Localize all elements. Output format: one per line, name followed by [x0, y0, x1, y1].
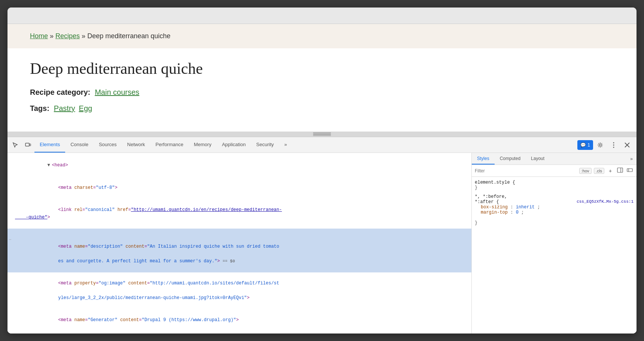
recipe-tags-row: Tags: Pastry Egg [30, 104, 614, 113]
device-mode-icon[interactable] [22, 139, 34, 151]
svg-rect-1 [30, 144, 31, 146]
style-block-universal: *, *:before,*:after { css_EQ5zXfK…Mx-5g.… [475, 194, 634, 226]
svg-point-3 [613, 142, 614, 143]
add-style-button[interactable]: + [607, 168, 614, 174]
element-state-icon[interactable] [626, 167, 634, 174]
tab-memory[interactable]: Memory [189, 137, 217, 153]
recipe-tags-label: Tags: [30, 104, 49, 113]
badge-icon: 💬 [580, 142, 586, 148]
styles-tab-styles[interactable]: Styles [472, 153, 495, 165]
styles-tabs-spacer [550, 153, 626, 165]
recipe-category-row: Recipe category: Main courses [30, 88, 614, 97]
styles-tabs: Styles Computed Layout » [472, 153, 637, 165]
style-prop-boxsizing: box-sizing : inherit ; [475, 205, 634, 210]
dom-line-meta-ogimage[interactable]: <meta property="og:image" content="http:… [7, 272, 471, 309]
dom-panel[interactable]: ▼ <head> <meta charset="utf-8"> <link re… [7, 153, 472, 334]
tab-network[interactable]: Network [122, 137, 151, 153]
toggle-sidebar-icon[interactable] [616, 167, 624, 174]
drag-handle-lines [313, 133, 331, 135]
devtools-main: ▼ <head> <meta charset="utf-8"> <link re… [7, 153, 637, 334]
devtools-drag-handle[interactable] [7, 132, 637, 137]
styles-tab-more[interactable]: » [626, 153, 637, 165]
filter-input[interactable] [475, 168, 577, 173]
tab-elements[interactable]: Elements [34, 137, 65, 153]
hov-button[interactable]: :hov [579, 168, 592, 174]
page-content: Home » Recipes » Deep mediterranean quic… [7, 24, 637, 334]
style-close-brace-universal: } [475, 220, 477, 226]
style-selector-universal: *, *:before,*:after { [475, 194, 507, 205]
breadcrumb-home[interactable]: Home [30, 32, 48, 40]
svg-rect-0 [25, 143, 29, 146]
recipe-title: Deep mediterranean quiche [30, 60, 614, 78]
svg-rect-8 [617, 168, 623, 172]
dom-line-meta-desc[interactable]: … <meta name="description" content="An I… [7, 229, 471, 272]
recipe-tag-egg[interactable]: Egg [79, 104, 92, 113]
breadcrumb-bar: Home » Recipes » Deep mediterranean quic… [7, 24, 637, 48]
style-val-margintop: 0 [516, 210, 519, 215]
svg-rect-10 [627, 169, 632, 172]
devtools-toolbar: Elements Console Sources Network Perform… [7, 137, 637, 153]
styles-content: element.style { } *, *:before,*:after { … [472, 177, 637, 334]
breadcrumb-recipes[interactable]: Recipes [55, 32, 80, 40]
styles-tab-layout[interactable]: Layout [526, 153, 550, 165]
tab-security[interactable]: Security [251, 137, 279, 153]
recipe-body: Deep mediterranean quiche Recipe categor… [7, 48, 637, 132]
settings-icon[interactable] [594, 142, 606, 148]
svg-point-2 [599, 144, 601, 146]
style-block-element: element.style { } [475, 180, 634, 190]
recipe-tag-pastry[interactable]: Pastry [54, 104, 75, 113]
devtools-panel: Elements Console Sources Network Perform… [7, 137, 637, 334]
recipe-category-link[interactable]: Main courses [95, 88, 139, 97]
dom-triangle: ▼ [47, 162, 52, 169]
dom-line-meta-generator[interactable]: <meta name="Generator" content="Drupal 9… [7, 309, 471, 332]
more-options-icon[interactable] [608, 142, 620, 148]
breadcrumb-sep1: » [50, 32, 54, 40]
browser-window: Home » Recipes » Deep mediterranean quic… [7, 7, 637, 334]
styles-panel: Styles Computed Layout » :hov .cls + [472, 153, 637, 334]
style-val-boxsizing: inherit [516, 205, 535, 210]
dom-line-meta-charset[interactable]: <meta charset="utf-8"> [7, 177, 471, 199]
toolbar-spacer [292, 137, 577, 153]
browser-chrome [7, 7, 637, 24]
tab-performance[interactable]: Performance [150, 137, 188, 153]
tab-application[interactable]: Application [217, 137, 251, 153]
style-prop-margintop: margin-top : 0 ; [475, 210, 634, 215]
console-messages-badge[interactable]: 💬 1 [577, 140, 593, 150]
tab-sources[interactable]: Sources [94, 137, 122, 153]
svg-point-4 [613, 144, 614, 145]
recipe-category-label: Recipe category: [30, 88, 90, 97]
close-devtools-icon[interactable] [621, 142, 633, 148]
dom-dots: … [9, 236, 11, 242]
tab-more[interactable]: » [279, 137, 292, 153]
badge-count: 1 [587, 142, 590, 148]
cls-button[interactable]: .cls [594, 168, 605, 174]
breadcrumb-current: Deep mediterranean quiche [87, 32, 170, 40]
dom-line-link-canonical[interactable]: <link rel="canonical" href="http://umami… [7, 199, 471, 229]
breadcrumb-sep2: » [82, 32, 87, 40]
tab-console[interactable]: Console [65, 137, 94, 153]
style-source-universal[interactable]: css_EQ5zXfK…Mx-5g.css:1 [577, 199, 634, 204]
dom-line-meta-mobile[interactable]: <meta name="MobileOptimized" content="wi… [7, 332, 471, 334]
inspect-element-icon[interactable] [9, 139, 21, 151]
svg-point-5 [613, 147, 614, 148]
style-selector-element: element.style { [475, 180, 515, 185]
style-close-brace: } [475, 185, 477, 190]
filter-bar: :hov .cls + [472, 165, 637, 177]
devtools-right-icons: 💬 1 [577, 137, 635, 153]
dom-line-head[interactable]: ▼ <head> [7, 154, 471, 177]
styles-tab-computed[interactable]: Computed [495, 153, 526, 165]
page-viewport: Home » Recipes » Deep mediterranean quic… [7, 24, 637, 132]
